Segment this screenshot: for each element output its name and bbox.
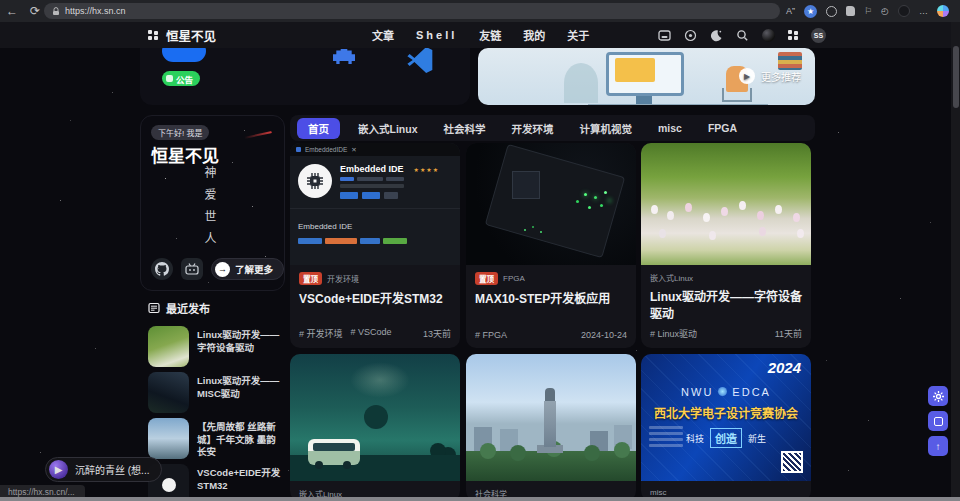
learn-more-button[interactable]: → 了解更多	[211, 258, 284, 280]
vscode-logo-icon	[402, 46, 438, 74]
category-tabs: 首页 嵌入式Linux 社会科学 开发环境 计算机视觉 misc FPGA	[290, 115, 815, 141]
article-title: MAX10-STEP开发板应用	[475, 291, 627, 308]
pinned-badge: 置顶	[299, 272, 322, 285]
nav-links[interactable]: 友链	[479, 27, 501, 43]
broadcast-icon[interactable]	[684, 29, 697, 42]
profile-card: 下午好! 我是 恒星不见 神爱世人 → 了解更多	[140, 115, 285, 291]
article-tag[interactable]: # VSCode	[351, 327, 392, 340]
greeting-badge: 下午好! 我是	[151, 125, 209, 140]
main-nav: 文章 Shell 友链 我的 关于	[372, 22, 589, 48]
atom-icon	[718, 387, 727, 396]
article-card[interactable]: EmbeddedIDE✕ Embedded IDE ★★★★ Embedded …	[290, 143, 460, 348]
tab-social-science[interactable]: 社会科学	[436, 118, 494, 139]
tab-embedded-linux[interactable]: 嵌入式Linux	[350, 118, 426, 139]
favorites-icon[interactable]: ★	[804, 5, 817, 18]
tab-computer-vision[interactable]: 计算机视觉	[572, 118, 641, 139]
read-aloud-icon[interactable]: A”	[786, 7, 795, 16]
collections-icon[interactable]: ⚐	[864, 7, 872, 16]
site-header: 恒星不见 文章 Shell 友链 我的 关于 SS	[0, 22, 952, 48]
browser-menu-icon[interactable]: …	[919, 7, 928, 16]
nav-articles[interactable]: 文章	[372, 27, 394, 43]
article-card[interactable]: 嵌入式Linux Linux驱动开发——字符设备驱动 # Linux驱动 11天…	[641, 143, 811, 348]
extension-icon-2[interactable]	[846, 6, 855, 16]
lock-icon	[52, 7, 60, 16]
site-logo[interactable]: 恒星不见	[148, 22, 216, 48]
article-tag[interactable]: # 开发环境	[299, 327, 343, 340]
list-item[interactable]: VSCode+EIDE开发STM32	[148, 464, 284, 501]
article-cover: 2024 NWUEDCA 西北大学电子设计竞赛协会 科技 创造 新生	[641, 354, 811, 481]
tab-misc[interactable]: misc	[650, 119, 690, 137]
header-icons: SS	[658, 22, 826, 48]
apps-grid-icon[interactable]	[788, 30, 798, 40]
arrow-right-icon: →	[215, 262, 230, 277]
newspaper-icon	[148, 302, 160, 314]
article-category: 开发环境	[327, 273, 359, 284]
copilot-icon[interactable]	[937, 5, 949, 17]
album-disc-icon[interactable]: ▶	[49, 460, 68, 479]
pinned-badge: 置顶	[475, 272, 498, 285]
list-item[interactable]: 【先周故都 丝路新城】千年文脉 墨韵长安	[148, 418, 284, 459]
list-item[interactable]: Linux驱动开发——字符设备驱动	[148, 326, 284, 367]
music-player[interactable]: ▶ 沉醉的青丝 (想...	[45, 457, 162, 482]
article-date: 13天前	[423, 327, 451, 340]
disc-icon[interactable]	[762, 29, 775, 42]
more-recommend-label: 更多推荐	[761, 69, 801, 84]
search-icon[interactable]	[736, 29, 749, 42]
refresh-icon[interactable]: ⟳	[24, 0, 46, 22]
article-date: 2024-10-24	[581, 330, 627, 340]
scrollbar-thumb[interactable]	[953, 46, 959, 108]
history-icon[interactable]: ◴	[881, 7, 889, 16]
article-cover	[641, 143, 811, 265]
play-circle-icon: ▶	[739, 68, 755, 84]
recent-posts-title: 最近发布	[166, 300, 210, 316]
invader-icon	[333, 49, 355, 64]
frame-icon	[934, 417, 943, 426]
nav-about[interactable]: 关于	[567, 27, 589, 43]
article-card[interactable]: 嵌入式Linux	[290, 354, 460, 501]
user-avatar[interactable]: SS	[811, 28, 826, 43]
article-date: 11天前	[775, 327, 802, 340]
article-card[interactable]: 社会科学	[466, 354, 636, 501]
back-to-top-fab[interactable]: ↑	[928, 436, 948, 456]
browser-profile-icon[interactable]	[898, 5, 910, 17]
arrow-up-icon: ↑	[936, 441, 941, 452]
settings-fab[interactable]	[928, 386, 948, 406]
chip-icon	[298, 164, 332, 198]
article-title: VSCode+EIDE开发STM32	[299, 291, 451, 308]
article-category: 嵌入式Linux	[650, 272, 693, 283]
tab-dev-env[interactable]: 开发环境	[504, 118, 562, 139]
url-bar[interactable]: https://hx.sn.cn	[44, 3, 780, 19]
article-category: FPGA	[503, 274, 525, 283]
hero-banner-card[interactable]: 公告	[140, 48, 470, 105]
more-recommend-button[interactable]: ▶ 更多推荐	[739, 68, 801, 84]
tab-home[interactable]: 首页	[297, 118, 340, 139]
console-icon[interactable]	[658, 29, 671, 42]
recommend-banner-card[interactable]: ▶ 更多推荐	[478, 48, 815, 105]
article-tag[interactable]: # Linux驱动	[650, 327, 697, 340]
monitor-illustration	[606, 52, 684, 96]
scrollbar[interactable]	[951, 22, 960, 497]
tab-fpga[interactable]: FPGA	[700, 119, 745, 137]
site-title[interactable]: 恒星不见	[166, 26, 216, 45]
post-thumbnail	[148, 418, 189, 459]
article-card[interactable]: 2024 NWUEDCA 西北大学电子设计竞赛协会 科技 创造 新生 misc	[641, 354, 811, 501]
plant-illustration	[564, 63, 598, 103]
nav-mine[interactable]: 我的	[523, 27, 545, 43]
qr-code	[781, 451, 803, 473]
back-icon[interactable]: ←	[0, 0, 24, 22]
article-card[interactable]: 置顶 FPGA MAX10-STEP开发板应用 # FPGA 2024-10-2…	[466, 143, 636, 348]
article-tag[interactable]: # FPGA	[475, 330, 507, 340]
reader-fab[interactable]	[928, 411, 948, 431]
github-icon[interactable]	[151, 258, 173, 280]
menu-grid-icon[interactable]	[148, 30, 158, 40]
extension-icon-1[interactable]	[826, 6, 837, 17]
url-text: https://hx.sn.cn	[65, 6, 126, 16]
bilibili-icon[interactable]	[181, 258, 203, 280]
recent-posts-section: 最近发布 Linux驱动开发——字符设备驱动 Linux驱动开发——MISC驱动…	[148, 300, 284, 501]
nav-shell[interactable]: Shell	[416, 29, 457, 41]
announcement-pill[interactable]: 公告	[162, 71, 200, 86]
article-category: misc	[650, 488, 666, 497]
list-item[interactable]: Linux驱动开发——MISC驱动	[148, 372, 284, 413]
post-thumbnail	[148, 372, 189, 413]
dark-mode-icon[interactable]	[710, 29, 723, 42]
